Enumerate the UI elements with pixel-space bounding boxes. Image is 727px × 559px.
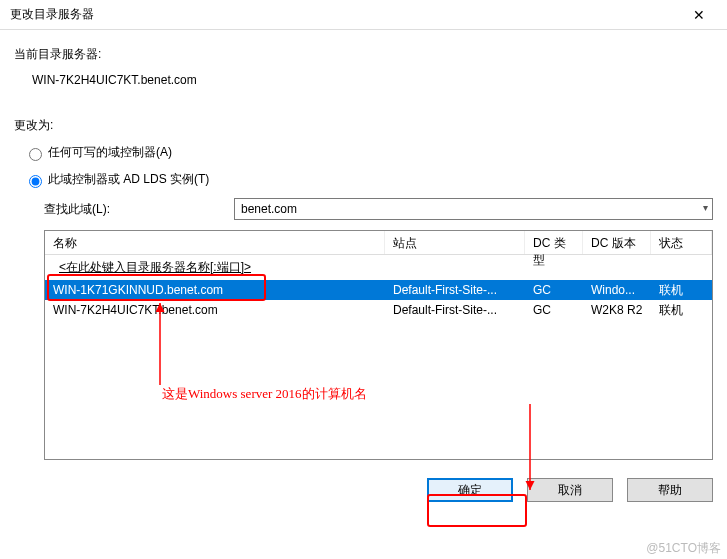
button-row: 确定 取消 帮助: [0, 460, 727, 502]
window-title: 更改目录服务器: [10, 6, 94, 23]
lookup-domain-label: 查找此域(L):: [44, 201, 234, 218]
annotation-text: 这是Windows server 2016的计算机名: [162, 385, 367, 403]
cell: 联机: [651, 280, 712, 301]
change-to-label: 更改为:: [14, 117, 713, 134]
cell: W2K8 R2: [583, 301, 651, 319]
col-header-status[interactable]: 状态: [651, 231, 712, 254]
radio-this-dc[interactable]: 此域控制器或 AD LDS 实例(T): [24, 171, 713, 188]
cell: GC: [525, 281, 583, 299]
radio-any-writable-dc[interactable]: 任何可写的域控制器(A): [24, 144, 713, 161]
cell: WIN-7K2H4UIC7KT.benet.com: [45, 301, 385, 319]
col-header-dctype[interactable]: DC 类型: [525, 231, 583, 254]
table-row[interactable]: WIN-1K71GKINNUD.benet.comDefault-First-S…: [45, 280, 712, 300]
radio-any-writable-input[interactable]: [29, 148, 42, 161]
radio-any-writable-label: 任何可写的域控制器(A): [48, 144, 172, 161]
radio-this-dc-label: 此域控制器或 AD LDS 实例(T): [48, 171, 209, 188]
col-header-name[interactable]: 名称: [45, 231, 385, 254]
table-row[interactable]: WIN-7K2H4UIC7KT.benet.comDefault-First-S…: [45, 300, 712, 320]
lookup-domain-row: 查找此域(L): benet.com ▾: [44, 198, 713, 220]
current-server-value: WIN-7K2H4UIC7KT.benet.com: [32, 73, 713, 87]
cell: GC: [525, 301, 583, 319]
radio-this-dc-input[interactable]: [29, 175, 42, 188]
current-server-label: 当前目录服务器:: [14, 46, 713, 63]
lookup-domain-value: benet.com: [241, 202, 297, 216]
cell: Default-First-Site-...: [385, 281, 525, 299]
col-header-dcver[interactable]: DC 版本: [583, 231, 651, 254]
lookup-domain-combo[interactable]: benet.com ▾: [234, 198, 713, 220]
grid-header: 名称 站点 DC 类型 DC 版本 状态: [45, 231, 712, 255]
ok-button[interactable]: 确定: [427, 478, 513, 502]
col-header-site[interactable]: 站点: [385, 231, 525, 254]
cell: 联机: [651, 300, 712, 321]
cell: Default-First-Site-...: [385, 301, 525, 319]
cancel-button[interactable]: 取消: [527, 478, 613, 502]
dc-grid: 名称 站点 DC 类型 DC 版本 状态 <在此处键入目录服务器名称[:端口]>…: [44, 230, 713, 460]
chevron-down-icon: ▾: [703, 202, 708, 213]
cell: Windo...: [583, 281, 651, 299]
grid-hint-row[interactable]: <在此处键入目录服务器名称[:端口]>: [45, 255, 712, 280]
watermark: @51CTO博客: [646, 540, 721, 557]
grid-body: <在此处键入目录服务器名称[:端口]> WIN-1K71GKINNUD.bene…: [45, 255, 712, 459]
close-icon[interactable]: ✕: [679, 1, 719, 29]
cell: WIN-1K71GKINNUD.benet.com: [45, 281, 385, 299]
titlebar: 更改目录服务器 ✕: [0, 0, 727, 30]
help-button[interactable]: 帮助: [627, 478, 713, 502]
